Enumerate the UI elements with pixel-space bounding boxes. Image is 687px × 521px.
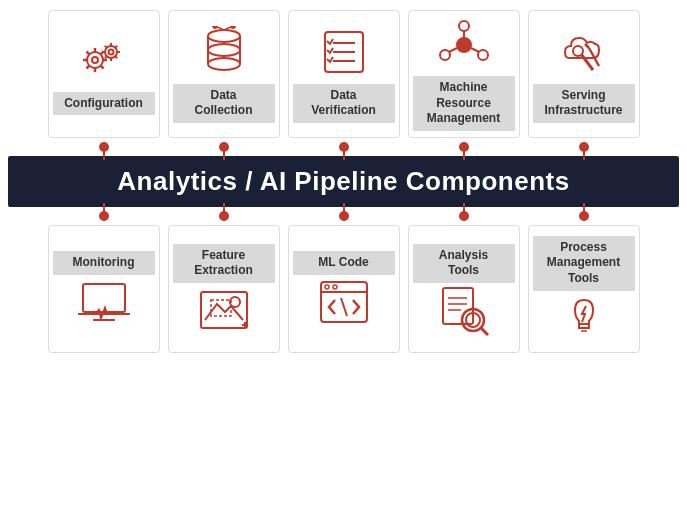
- svg-point-30: [231, 26, 235, 28]
- connector-top-4: [408, 142, 520, 152]
- svg-point-37: [440, 50, 450, 60]
- label-configuration: Configuration: [53, 92, 155, 116]
- connector-bot-4: [408, 211, 520, 221]
- card-serving-infrastructure: ServingInfrastructure: [528, 10, 640, 138]
- card-configuration: Configuration: [48, 10, 160, 138]
- label-process-management: ProcessManagementTools: [533, 236, 635, 291]
- card-monitoring: Monitoring: [48, 225, 160, 353]
- label-data-collection: DataCollection: [173, 84, 275, 123]
- icon-data-collection: [194, 25, 254, 80]
- card-process-management: ProcessManagementTools: [528, 225, 640, 353]
- svg-rect-46: [83, 284, 125, 312]
- connector-bot-2: [168, 211, 280, 221]
- connector-bot-5: [528, 211, 640, 221]
- svg-line-6: [86, 52, 89, 55]
- svg-line-19: [104, 56, 106, 58]
- svg-point-56: [325, 285, 329, 289]
- label-monitoring: Monitoring: [53, 251, 155, 275]
- label-machine-resource: MachineResourceManagement: [413, 76, 515, 131]
- connector-top-3: [288, 142, 400, 152]
- icon-feature-extraction: [194, 283, 254, 338]
- label-feature-extraction: FeatureExtraction: [173, 244, 275, 283]
- connector-top-1: [48, 142, 160, 152]
- icon-monitoring: [74, 275, 134, 330]
- main-container: Configuration: [0, 0, 687, 521]
- svg-point-36: [459, 21, 469, 31]
- svg-line-45: [585, 44, 589, 48]
- icon-data-verification: [314, 25, 374, 80]
- svg-line-18: [115, 46, 117, 48]
- card-machine-resource: MachineResourceManagement: [408, 10, 520, 138]
- svg-line-65: [481, 328, 488, 335]
- svg-point-43: [573, 46, 583, 56]
- label-serving-infrastructure: ServingInfrastructure: [533, 84, 635, 123]
- connector-top-5: [528, 142, 640, 152]
- connector-top-2: [168, 142, 280, 152]
- svg-point-38: [478, 50, 488, 60]
- label-analysis-tools: AnalysisTools: [413, 244, 515, 283]
- icon-analysis-tools: [434, 283, 494, 338]
- card-analysis-tools: AnalysisTools: [408, 225, 520, 353]
- top-icon-row: Configuration: [8, 10, 679, 138]
- svg-line-17: [115, 56, 117, 58]
- svg-point-1: [92, 57, 98, 63]
- svg-line-58: [341, 298, 347, 316]
- icon-ml-code: [314, 275, 374, 330]
- svg-point-57: [333, 285, 337, 289]
- svg-point-23: [208, 44, 240, 56]
- svg-line-40: [449, 48, 457, 52]
- svg-point-0: [87, 52, 103, 68]
- card-feature-extraction: FeatureExtraction: [168, 225, 280, 353]
- label-ml-code: ML Code: [293, 251, 395, 275]
- icon-configuration: [74, 33, 134, 88]
- svg-rect-59: [443, 288, 473, 324]
- svg-line-41: [471, 48, 479, 52]
- svg-point-11: [108, 50, 113, 55]
- svg-line-7: [100, 66, 103, 69]
- connector-row-bottom: [8, 207, 679, 225]
- icon-process-management: [554, 291, 614, 346]
- label-data-verification: DataVerification: [293, 84, 395, 123]
- card-data-verification: DataVerification: [288, 10, 400, 138]
- connector-row-top: [8, 138, 679, 156]
- icon-machine-resource: [434, 17, 494, 72]
- svg-line-16: [104, 46, 106, 48]
- svg-line-42: [581, 54, 593, 70]
- svg-point-35: [457, 38, 471, 52]
- svg-point-20: [208, 30, 240, 42]
- svg-line-9: [86, 66, 89, 69]
- icon-serving-infrastructure: [554, 25, 614, 80]
- connector-bot-3: [288, 211, 400, 221]
- svg-point-29: [213, 26, 217, 28]
- pipeline-banner: Analytics / AI Pipeline Components: [8, 156, 679, 207]
- connector-bot-1: [48, 211, 160, 221]
- svg-point-26: [208, 58, 240, 70]
- card-data-collection: DataCollection: [168, 10, 280, 138]
- card-ml-code: ML Code: [288, 225, 400, 353]
- bottom-label-row: Monitoring FeatureExtraction: [8, 225, 679, 353]
